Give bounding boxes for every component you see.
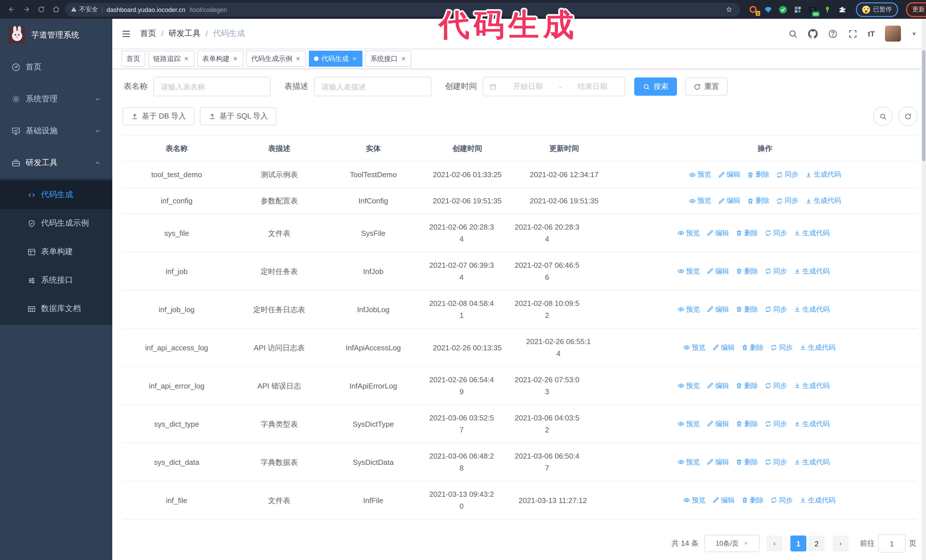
end-date-placeholder[interactable]: 结束日期 — [566, 82, 619, 92]
delete-action[interactable]: 删除 — [741, 341, 764, 353]
caret-down-icon[interactable]: ▼ — [911, 30, 917, 37]
delete-action[interactable]: 删除 — [736, 418, 758, 430]
page-button-1[interactable]: 1 — [790, 536, 806, 551]
sidebar-item-db-doc[interactable]: 数据库文档 — [0, 294, 112, 323]
edit-action[interactable]: 编辑 — [707, 456, 729, 468]
delete-action[interactable]: 删除 — [747, 169, 769, 181]
sync-action[interactable]: 同步 — [770, 494, 793, 506]
delete-action[interactable]: 删除 — [736, 227, 758, 239]
tab-1[interactable]: 链路追踪 — [148, 51, 194, 66]
delete-action[interactable]: 删除 — [736, 456, 758, 468]
edit-action[interactable]: 编辑 — [707, 265, 729, 277]
tab-close-icon[interactable] — [183, 56, 189, 62]
preview-action[interactable]: 预览 — [678, 303, 700, 315]
prev-page-button[interactable]: ‹ — [766, 536, 782, 551]
tab-0[interactable]: 首页 — [121, 51, 145, 66]
generate-code-action[interactable]: 生成代码 — [794, 380, 830, 392]
sidebar-item-system-api[interactable]: 系统接口 — [0, 266, 112, 294]
delete-action[interactable]: 删除 — [736, 380, 758, 392]
sync-action[interactable]: 同步 — [765, 303, 787, 315]
preview-action[interactable]: 预览 — [689, 195, 711, 207]
generate-code-action[interactable]: 生成代码 — [799, 341, 835, 353]
generate-code-action[interactable]: 生成代码 — [794, 265, 830, 277]
edit-action[interactable]: 编辑 — [707, 418, 729, 430]
generate-code-action[interactable]: 生成代码 — [794, 456, 830, 468]
preview-action[interactable]: 预览 — [678, 227, 700, 239]
generate-code-action[interactable]: 生成代码 — [794, 303, 830, 315]
tab-3[interactable]: 代码生成示例 — [246, 51, 306, 66]
edit-action[interactable]: 编辑 — [712, 341, 735, 353]
edit-action[interactable]: 编辑 — [718, 195, 740, 207]
preview-action[interactable]: 预览 — [683, 494, 705, 506]
breadcrumb-home[interactable]: 首页 — [140, 29, 156, 39]
preview-action[interactable]: 预览 — [683, 341, 705, 353]
delete-action[interactable]: 删除 — [736, 303, 758, 315]
ext-dark-on-icon[interactable]: on — [808, 5, 817, 14]
font-size-icon[interactable]: tT — [868, 29, 875, 38]
preview-action[interactable]: 预览 — [678, 380, 700, 392]
edit-action[interactable]: 编辑 — [718, 169, 740, 181]
fullscreen-icon[interactable] — [848, 29, 858, 38]
import-db-button[interactable]: 基于 DB 导入 — [123, 107, 195, 125]
sidebar-item-form-builder[interactable]: 表单构建 — [0, 237, 112, 266]
preview-action[interactable]: 预览 — [678, 265, 700, 277]
sync-action[interactable]: 同步 — [765, 456, 787, 468]
tab-close-icon[interactable] — [233, 56, 238, 62]
bookmark-star-icon[interactable] — [723, 4, 735, 15]
breadcrumb-devtools[interactable]: 研发工具 — [169, 29, 201, 39]
sidebar-item-infra[interactable]: 基础设施 — [0, 115, 112, 147]
sync-action[interactable]: 同步 — [765, 418, 787, 430]
sidebar-item-system[interactable]: 系统管理 — [0, 83, 112, 115]
tab-4[interactable]: 代码生成 — [309, 51, 362, 66]
preview-action[interactable]: 预览 — [678, 456, 700, 468]
tab-close-icon[interactable] — [295, 56, 301, 62]
delete-action[interactable]: 删除 — [736, 265, 758, 277]
collapse-menu-icon[interactable] — [121, 29, 131, 38]
date-range-picker[interactable]: 开始日期 - 结束日期 — [483, 77, 625, 96]
sync-action[interactable]: 同步 — [770, 341, 793, 353]
ext-puzzle-icon[interactable] — [837, 5, 847, 14]
paused-button[interactable]: 已暂停 — [856, 2, 898, 17]
sync-action[interactable]: 同步 — [765, 265, 787, 277]
import-sql-button[interactable]: 基于 SQL 导入 — [200, 107, 277, 125]
tab-close-icon[interactable] — [401, 56, 406, 62]
address-bar[interactable]: 不安全 dashboard.yudao.iocoder.cn/tool/code… — [65, 3, 740, 16]
ext-check-icon[interactable] — [778, 5, 788, 14]
not-secure-warning[interactable]: 不安全 — [71, 5, 98, 14]
scrollbar-thumb[interactable] — [922, 50, 925, 161]
next-page-button[interactable]: › — [832, 536, 849, 551]
tab-close-icon[interactable] — [352, 56, 357, 62]
reset-button[interactable]: 重置 — [685, 77, 728, 96]
ext-green-icon[interactable] — [822, 5, 832, 14]
generate-code-action[interactable]: 生成代码 — [805, 169, 841, 181]
ext-gem-icon[interactable] — [763, 5, 773, 14]
home-icon[interactable] — [50, 4, 62, 15]
ext-tiles-icon[interactable] — [793, 5, 802, 14]
goto-page-input[interactable] — [878, 534, 905, 552]
ext-orange-icon[interactable]: 1 — [748, 5, 758, 14]
sidebar-item-codegen-demo[interactable]: 代码生成示例 — [0, 209, 112, 237]
sidebar-item-devtools[interactable]: 研发工具 — [0, 147, 112, 179]
delete-action[interactable]: 删除 — [741, 494, 764, 506]
sidebar-item-codegen[interactable]: 代码生成 — [0, 181, 112, 209]
tab-2[interactable]: 表单构建 — [197, 51, 243, 66]
sync-action[interactable]: 同步 — [765, 227, 787, 239]
sync-action[interactable]: 同步 — [776, 195, 798, 207]
sync-action[interactable]: 同步 — [765, 380, 787, 392]
table-name-input[interactable] — [153, 77, 271, 96]
help-icon[interactable] — [828, 29, 838, 38]
edit-action[interactable]: 编辑 — [707, 380, 729, 392]
tab-5[interactable]: 系统接口 — [365, 51, 412, 66]
sidebar-item-home[interactable]: 首页 — [0, 51, 112, 83]
generate-code-action[interactable]: 生成代码 — [794, 227, 830, 239]
preview-action[interactable]: 预览 — [689, 169, 711, 181]
edit-action[interactable]: 编辑 — [707, 303, 729, 315]
delete-action[interactable]: 删除 — [747, 195, 769, 207]
back-icon[interactable] — [6, 4, 17, 15]
generate-code-action[interactable]: 生成代码 — [805, 195, 841, 207]
page-size-select[interactable]: 10条/页 ▼ — [704, 535, 760, 552]
edit-action[interactable]: 编辑 — [707, 227, 729, 239]
preview-action[interactable]: 预览 — [678, 418, 700, 430]
generate-code-action[interactable]: 生成代码 — [799, 494, 835, 506]
github-icon[interactable] — [808, 29, 818, 38]
